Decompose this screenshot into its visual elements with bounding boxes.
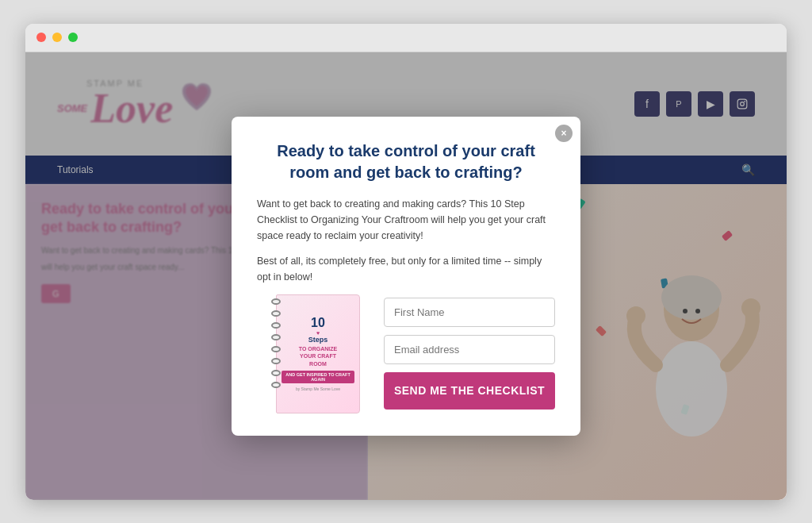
email-input[interactable] xyxy=(384,335,555,364)
submit-button[interactable]: SEND ME THE CHECKLIST xyxy=(384,372,555,409)
browser-titlebar xyxy=(25,24,787,52)
dot-yellow[interactable] xyxy=(52,33,62,42)
book-cta-band: AND GET INSPIRED TO CRAFT AGAIN xyxy=(282,371,354,383)
book-number: 10 xyxy=(311,316,325,330)
spiral-ring-7 xyxy=(271,370,281,376)
modal-content-row: 10 ♥ Steps TO ORGANIZE YOUR CRAFT ROOM A… xyxy=(257,294,555,413)
book-visual: 10 ♥ Steps TO ORGANIZE YOUR CRAFT ROOM A… xyxy=(265,294,360,413)
modal-body-text-2: Best of all, its completely free, but on… xyxy=(257,253,555,285)
modal-overlay: × Ready to take control of your craft ro… xyxy=(25,52,787,500)
book-cover: 10 ♥ Steps TO ORGANIZE YOUR CRAFT ROOM A… xyxy=(276,294,360,413)
modal-body-text-1: Want to get back to creating and making … xyxy=(257,196,555,244)
modal-close-button[interactable]: × xyxy=(555,125,573,142)
first-name-input[interactable] xyxy=(384,298,555,327)
spiral-ring-1 xyxy=(271,298,281,305)
spiral-ring-3 xyxy=(271,322,281,329)
browser-window: STAMP ME SOME Love f P ▶ xyxy=(25,24,787,500)
spiral-ring-5 xyxy=(271,346,281,352)
spiral-ring-4 xyxy=(271,334,281,340)
book-spiral xyxy=(271,298,281,410)
book-subtitle-line1: TO ORGANIZE YOUR CRAFT ROOM xyxy=(299,345,337,367)
spiral-ring-6 xyxy=(271,358,281,364)
modal-form: SEND ME THE CHECKLIST xyxy=(384,294,555,413)
book-image-container: 10 ♥ Steps TO ORGANIZE YOUR CRAFT ROOM A… xyxy=(257,294,368,413)
website-background: STAMP ME SOME Love f P ▶ xyxy=(25,52,787,500)
modal-dialog: × Ready to take control of your craft ro… xyxy=(232,117,580,436)
book-steps: Steps xyxy=(308,336,328,344)
dot-green[interactable] xyxy=(68,33,78,42)
spiral-ring-8 xyxy=(271,382,281,388)
spiral-ring-2 xyxy=(271,310,281,317)
dot-red[interactable] xyxy=(36,33,46,42)
book-heart: ♥ xyxy=(316,330,320,336)
book-author: by Stamp Me Some Love xyxy=(296,386,340,391)
modal-title: Ready to take control of your craft room… xyxy=(257,140,555,183)
